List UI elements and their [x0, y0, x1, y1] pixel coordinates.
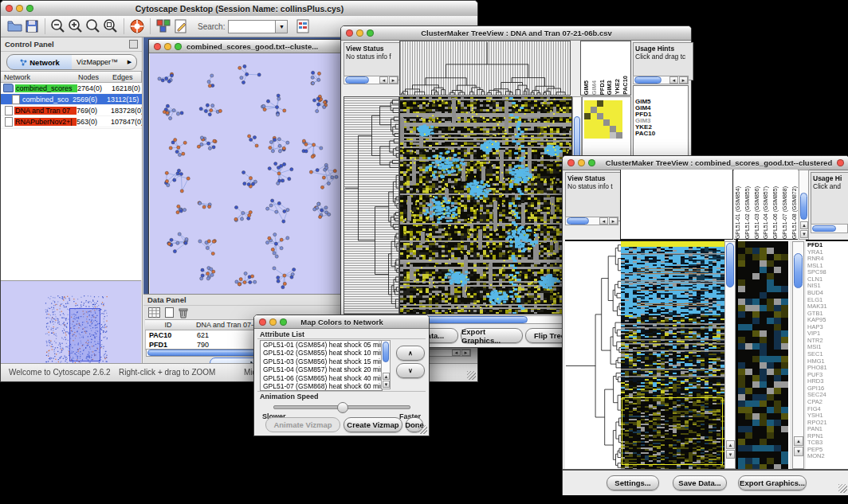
similarity-cell[interactable]	[616, 100, 622, 107]
scroll-left-button[interactable]: ◄	[379, 76, 388, 84]
heatmap[interactable]	[399, 96, 572, 315]
close-button[interactable]	[346, 29, 353, 37]
usage-hints-scrollbar[interactable]	[811, 224, 848, 233]
scroll-down-button[interactable]: ▼	[800, 230, 808, 238]
scroll-up-button[interactable]: ▲	[800, 221, 808, 229]
attribute-list-item[interactable]: GPL51-07 (GSM868) heat shock 60 min	[261, 382, 382, 390]
slider-thumb[interactable]	[337, 402, 348, 413]
scroll-right-button[interactable]: ►	[461, 350, 470, 356]
scroll-up-button[interactable]: ▲	[726, 440, 735, 449]
similarity-cell[interactable]	[597, 126, 603, 132]
scroll-thumb[interactable]	[345, 76, 369, 84]
attribute-list-vscrollbar[interactable]: ▲ ▼	[381, 340, 391, 389]
minimize-button[interactable]	[356, 29, 363, 37]
similarity-cell[interactable]	[597, 119, 603, 126]
zoom-button[interactable]	[367, 29, 374, 37]
scroll-right-button[interactable]: ►	[679, 76, 688, 84]
help-icon[interactable]	[128, 18, 146, 35]
similarity-cell[interactable]	[597, 132, 603, 139]
scroll-thumb[interactable]	[567, 217, 589, 225]
treeview1-button-2[interactable]: Export Graphics...	[461, 328, 523, 343]
zoom-heatmap[interactable]	[738, 241, 790, 469]
row-dendrogram[interactable]	[565, 240, 621, 469]
vizmapper-icon[interactable]	[155, 18, 172, 35]
similarity-cell[interactable]	[597, 107, 603, 113]
scroll-thumb[interactable]	[800, 193, 807, 220]
scroll-thumb[interactable]	[812, 225, 836, 232]
similarity-cell[interactable]	[603, 113, 610, 119]
background-window-close-button[interactable]	[837, 159, 844, 166]
window-controls[interactable]	[1, 5, 38, 12]
zoom-area-icon[interactable]	[84, 18, 102, 35]
attribute-list-item[interactable]: GPL51-04 (GSM857) heat shock 20 min	[261, 365, 382, 373]
zoom-button[interactable]	[175, 43, 182, 50]
usage-hints-scrollbar[interactable]: ◄ ►	[633, 76, 689, 84]
similarity-cell[interactable]	[603, 132, 610, 139]
birdseye-view[interactable]	[1, 280, 141, 369]
create-vizmap-button[interactable]: Create Vizmap	[344, 417, 402, 432]
similarity-cell[interactable]	[584, 119, 591, 126]
similarity-cell[interactable]	[603, 107, 610, 113]
move-up-button[interactable]: ∧	[396, 346, 425, 361]
similarity-cell[interactable]	[610, 132, 616, 139]
similarity-cell[interactable]	[616, 126, 622, 132]
attribute-listbox[interactable]: GPL51-01 (GSM854) heat shock 05 minGPL51…	[260, 340, 383, 391]
similarity-cell[interactable]	[610, 113, 616, 119]
close-button[interactable]	[6, 5, 13, 12]
similarity-cell[interactable]	[591, 119, 597, 126]
treeview2-button-2[interactable]: Save Data...	[673, 475, 727, 490]
similarity-cell[interactable]	[591, 126, 597, 132]
scroll-left-button[interactable]: ◄	[599, 217, 608, 225]
minimize-button[interactable]	[269, 318, 277, 326]
tab-vizmapper[interactable]: VizMapper™	[72, 54, 124, 70]
heatmap[interactable]	[621, 240, 724, 469]
network-table-header[interactable]: Network Nodes Edges	[1, 71, 142, 83]
view-status-scrollbar[interactable]: ◄ ►	[344, 76, 398, 84]
similarity-cell[interactable]	[610, 107, 616, 113]
attribute-list-item[interactable]: GPL51-01 (GSM854) heat shock 05 min	[261, 341, 382, 349]
scroll-down-button[interactable]: ▼	[726, 450, 735, 459]
scroll-right-button[interactable]: ►	[609, 217, 618, 225]
similarity-cell[interactable]	[616, 119, 622, 126]
close-button[interactable]	[259, 318, 266, 326]
similarity-cell[interactable]	[584, 107, 591, 113]
animation-speed-slider[interactable]	[273, 405, 410, 409]
attribute-list-item[interactable]: GPL51-02 (GSM855) heat shock 10 min	[261, 349, 382, 357]
column-dendrogram[interactable]	[399, 41, 571, 96]
similarity-cell[interactable]	[603, 126, 610, 132]
scroll-down-button[interactable]: ▼	[383, 381, 390, 388]
scroll-up-button[interactable]: ▲	[794, 436, 803, 446]
zoom-button[interactable]	[26, 5, 33, 12]
treeview2-button-3[interactable]: Export Graphics...	[738, 475, 807, 490]
network-table-row[interactable]: combined_sco2569(6)13112(15)	[1, 94, 142, 105]
scroll-up-button[interactable]: ▲	[383, 373, 390, 380]
scroll-thumb[interactable]	[726, 243, 734, 287]
minimize-button[interactable]	[578, 159, 585, 166]
minimize-button[interactable]	[16, 5, 23, 12]
scroll-thumb[interactable]	[634, 76, 662, 84]
similarity-cell[interactable]	[584, 100, 591, 107]
network-table-row[interactable]: DNA and Tran 07769(0)183728(0)	[1, 105, 142, 116]
similarity-cell[interactable]	[584, 126, 591, 132]
resize-grip[interactable]	[838, 484, 847, 493]
attribute-list-item[interactable]: GPL51-06 (GSM865) heat shock 40 min	[261, 374, 382, 382]
resize-grip[interactable]	[418, 425, 427, 434]
resize-grip[interactable]	[467, 371, 476, 380]
new-attribute-icon[interactable]	[165, 307, 174, 318]
scroll-left-button[interactable]: ◄	[669, 76, 678, 84]
treeview1-titlebar[interactable]: ClusterMaker TreeView : DNA and Tran 07-…	[341, 26, 691, 41]
similarity-cell[interactable]	[603, 100, 610, 107]
scroll-thumb[interactable]	[383, 342, 389, 362]
similarity-cell[interactable]	[610, 100, 616, 107]
main-titlebar[interactable]: Cytoscape Desktop (Session Name: collins…	[1, 1, 477, 17]
similarity-cell[interactable]	[584, 113, 591, 119]
tab-network[interactable]: Network	[6, 54, 73, 70]
attribute-list-item[interactable]: GPL51-03 (GSM856) heat shock 15 min	[261, 357, 382, 365]
similarity-cell[interactable]	[591, 107, 597, 113]
treeview2-button-1[interactable]: Settings...	[607, 475, 659, 490]
delete-attribute-icon[interactable]	[179, 307, 188, 318]
attribute-browser-icon[interactable]	[294, 18, 312, 35]
open-file-icon[interactable]	[6, 18, 23, 35]
similarity-cell[interactable]	[616, 113, 622, 119]
column-dendrogram[interactable]	[620, 170, 733, 240]
